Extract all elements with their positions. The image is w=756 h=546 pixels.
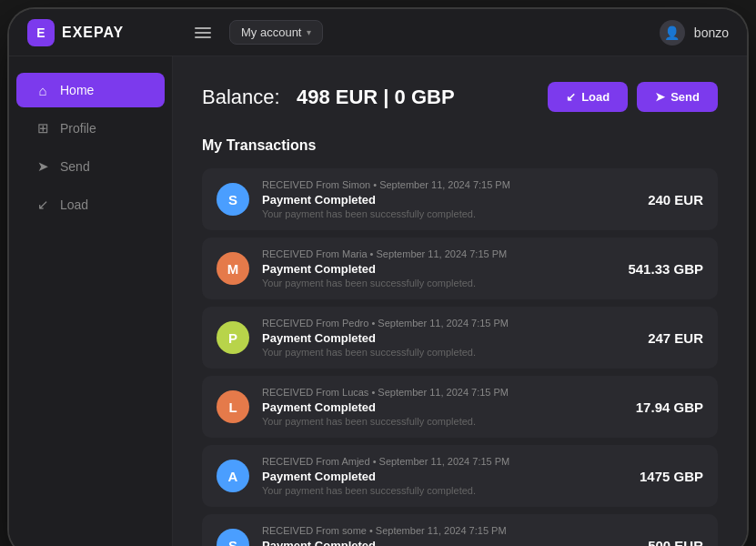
tx-status: Payment Completed: [262, 539, 635, 546]
sidebar-item-label: Profile: [60, 121, 96, 136]
tx-amount: 1475 GBP: [640, 469, 703, 484]
nav-center: My account ▾: [191, 20, 660, 45]
tx-amount: 500 EUR: [648, 538, 703, 547]
user-name: bonzo: [694, 25, 729, 40]
main-layout: ⌂ Home ⊞ Profile ➤ Send ↙ Load: [9, 56, 747, 546]
sidebar-item-label: Send: [60, 159, 90, 174]
avatar: L: [217, 390, 249, 423]
transactions-title: My Transactions: [202, 137, 718, 154]
tx-from: RECEIVED From Amjed • September 11, 2024…: [262, 456, 627, 467]
avatar: S: [217, 529, 249, 546]
device-frame: E EXEPAY My account ▾ 👤 bonzo: [9, 9, 747, 546]
tx-details: RECEIVED From Amjed • September 11, 2024…: [262, 456, 627, 496]
sidebar-item-label: Load: [60, 197, 88, 212]
tx-from: RECEIVED From Pedro • September 11, 2024…: [262, 318, 635, 329]
avatar: M: [217, 252, 249, 285]
tx-amount: 541.33 GBP: [628, 261, 703, 277]
account-selector[interactable]: My account ▾: [229, 20, 323, 45]
sidebar-item-load[interactable]: ↙ Load: [16, 187, 165, 222]
hamburger-button[interactable]: [191, 24, 215, 42]
home-icon: ⌂: [35, 82, 51, 98]
app-wrapper: E EXEPAY My account ▾ 👤 bonzo: [9, 9, 747, 546]
table-row: P RECEIVED From Pedro • September 11, 20…: [202, 307, 718, 369]
load-icon-btn: ↙: [566, 90, 576, 104]
tx-desc: Your payment has been successfully compl…: [262, 485, 627, 496]
sidebar-item-home[interactable]: ⌂ Home: [16, 73, 165, 107]
avatar: S: [217, 183, 249, 216]
balance-row: Balance: 498 EUR | 0 GBP ↙ Load ➤ Send: [202, 82, 718, 112]
tx-amount: 247 EUR: [648, 330, 703, 346]
tx-desc: Your payment has been successfully compl…: [262, 416, 623, 427]
tx-desc: Your payment has been successfully compl…: [262, 278, 615, 288]
sidebar: ⌂ Home ⊞ Profile ➤ Send ↙ Load: [9, 56, 173, 546]
sidebar-item-send[interactable]: ➤ Send: [16, 149, 165, 184]
avatar: P: [217, 321, 249, 354]
tx-from: RECEIVED From Simon • September 11, 2024…: [262, 179, 635, 190]
sidebar-item-label: Home: [60, 83, 94, 97]
tx-details: RECEIVED From some • September 11, 2024 …: [262, 525, 635, 546]
tx-status: Payment Completed: [262, 262, 615, 276]
table-row: S RECEIVED From Simon • September 11, 20…: [202, 168, 718, 230]
tx-desc: Your payment has been successfully compl…: [262, 208, 635, 219]
send-icon: ➤: [35, 158, 51, 175]
logo-area: E EXEPAY: [27, 19, 191, 46]
tx-from: RECEIVED From Lucas • September 11, 2024…: [262, 387, 623, 398]
balance-label: Balance:: [202, 86, 280, 108]
logo-icon: E: [27, 19, 55, 46]
tx-desc: Your payment has been successfully compl…: [262, 347, 635, 358]
table-row: L RECEIVED From Lucas • September 11, 20…: [202, 376, 718, 438]
avatar: A: [217, 460, 249, 492]
load-icon: ↙: [35, 197, 51, 213]
tx-amount: 240 EUR: [648, 192, 703, 207]
tx-details: RECEIVED From Lucas • September 11, 2024…: [262, 387, 623, 427]
sidebar-item-profile[interactable]: ⊞ Profile: [16, 111, 165, 146]
account-selector-label: My account: [241, 25, 301, 39]
table-row: M RECEIVED From Maria • September 11, 20…: [202, 238, 718, 299]
send-button[interactable]: ➤ Send: [637, 82, 718, 112]
tx-status: Payment Completed: [262, 400, 623, 414]
balance-display: Balance: 498 EUR | 0 GBP: [202, 86, 455, 109]
balance-value: 498 EUR | 0 GBP: [297, 86, 455, 108]
nav-right: 👤 bonzo: [660, 20, 729, 46]
user-avatar-nav: 👤: [660, 20, 685, 46]
load-button[interactable]: ↙ Load: [548, 82, 628, 112]
main-content: Balance: 498 EUR | 0 GBP ↙ Load ➤ Send: [173, 56, 747, 546]
profile-icon: ⊞: [35, 120, 51, 136]
table-row: S RECEIVED From some • September 11, 202…: [202, 514, 718, 546]
tx-status: Payment Completed: [262, 193, 635, 207]
table-row: A RECEIVED From Amjed • September 11, 20…: [202, 445, 718, 507]
chevron-down-icon: ▾: [307, 27, 311, 37]
tx-amount: 17.94 GBP: [636, 399, 703, 415]
balance-actions: ↙ Load ➤ Send: [548, 82, 718, 112]
top-nav: E EXEPAY My account ▾ 👤 bonzo: [9, 9, 747, 56]
tx-from: RECEIVED From some • September 11, 2024 …: [262, 525, 635, 536]
tx-details: RECEIVED From Pedro • September 11, 2024…: [262, 318, 635, 358]
app-name: EXEPAY: [62, 25, 124, 41]
tx-details: RECEIVED From Simon • September 11, 2024…: [262, 179, 635, 219]
tx-status: Payment Completed: [262, 470, 627, 483]
tx-status: Payment Completed: [262, 331, 635, 345]
send-icon-btn: ➤: [655, 90, 665, 104]
transactions-list: S RECEIVED From Simon • September 11, 20…: [202, 168, 718, 546]
tx-details: RECEIVED From Maria • September 11, 2024…: [262, 248, 615, 288]
tx-from: RECEIVED From Maria • September 11, 2024…: [262, 248, 615, 259]
